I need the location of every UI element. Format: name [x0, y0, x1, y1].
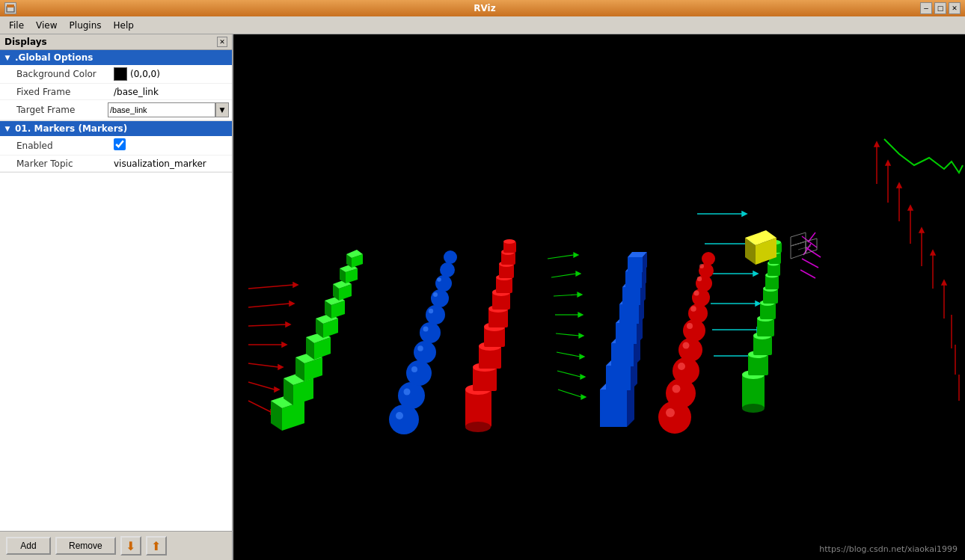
- svg-point-175: [697, 277, 702, 281]
- displays-label: Displays: [4, 37, 47, 47]
- svg-point-80: [389, 404, 419, 434]
- svg-point-92: [404, 389, 411, 396]
- menu-view[interactable]: View: [30, 19, 63, 32]
- svg-point-96: [429, 309, 433, 313]
- svg-point-173: [694, 291, 699, 296]
- svg-rect-154: [625, 271, 642, 288]
- svg-rect-136: [600, 390, 627, 427]
- svg-rect-157: [628, 257, 643, 272]
- marker-topic-value: visualization_marker: [114, 159, 229, 169]
- svg-rect-148: [619, 304, 639, 324]
- menubar: File View Plugins Help: [0, 16, 965, 34]
- svg-point-164: [673, 357, 699, 384]
- background-color-value[interactable]: (0,0,0): [114, 67, 229, 81]
- markers-group: ▼ 01. Markers (Markers) Enabled Marker T…: [0, 121, 232, 173]
- svg-point-84: [414, 341, 436, 363]
- bottom-buttons: Add Remove ⬇ ⬆: [0, 531, 232, 560]
- close-button[interactable]: ✕: [949, 2, 961, 14]
- target-frame-label: Target Frame: [16, 105, 108, 115]
- svg-rect-179: [742, 375, 765, 408]
- target-frame-row: Target Frame ▼: [0, 100, 232, 120]
- window-icon: [4, 2, 16, 14]
- markers-label: 01. Markers (Markers): [15, 123, 127, 134]
- svg-point-177: [699, 264, 704, 268]
- fixed-frame-row: Fixed Frame /base_link: [0, 84, 232, 100]
- markers-arrow: ▼: [3, 124, 12, 133]
- svg-point-90: [444, 250, 457, 264]
- background-color-label: Background Color: [16, 69, 114, 79]
- svg-rect-145: [616, 323, 637, 344]
- svg-point-168: [683, 319, 705, 342]
- menu-file[interactable]: File: [3, 19, 30, 32]
- svg-point-83: [406, 360, 432, 386]
- move-up-button[interactable]: ⬆: [146, 536, 167, 556]
- move-down-button[interactable]: ⬇: [120, 536, 141, 556]
- svg-rect-151: [622, 287, 640, 305]
- svg-point-89: [440, 262, 455, 277]
- color-text: (0,0,0): [130, 69, 160, 79]
- titlebar: RViz − □ ✕: [0, 0, 965, 16]
- window-title: RViz: [49, 3, 920, 13]
- svg-point-178: [702, 252, 715, 265]
- svg-point-167: [683, 342, 690, 349]
- fixed-frame-label: Fixed Frame: [16, 87, 114, 97]
- target-frame-dropdown[interactable]: ▼: [215, 102, 229, 117]
- minimize-button[interactable]: −: [920, 2, 932, 14]
- target-frame-input[interactable]: [108, 102, 215, 117]
- main-container: Displays ✕ ▼ .Global Options Background …: [0, 34, 965, 560]
- global-options-label: .Global Options: [15, 52, 93, 63]
- svg-point-95: [423, 327, 429, 332]
- viewport[interactable]: https://blog.csdn.net/xiaokai1999: [233, 34, 965, 560]
- enabled-checkbox[interactable]: [114, 138, 126, 150]
- svg-point-166: [678, 338, 702, 362]
- svg-point-93: [411, 366, 417, 372]
- down-arrow-icon: ⬇: [126, 539, 135, 553]
- target-frame-value: ▼: [108, 102, 229, 117]
- svg-point-163: [673, 385, 681, 393]
- svg-point-170: [688, 304, 708, 323]
- enabled-label: Enabled: [16, 141, 114, 151]
- remove-button[interactable]: Remove: [55, 537, 116, 555]
- svg-point-85: [420, 322, 441, 343]
- background-color-row: Background Color (0,0,0): [0, 65, 232, 84]
- restore-button[interactable]: □: [934, 2, 946, 14]
- svg-point-101: [465, 422, 491, 432]
- markers-header[interactable]: ▼ 01. Markers (Markers): [0, 121, 232, 136]
- displays-header: Displays ✕: [0, 34, 232, 50]
- svg-point-91: [396, 412, 403, 419]
- svg-rect-99: [465, 390, 491, 427]
- svg-point-87: [431, 289, 449, 307]
- svg-point-165: [678, 363, 685, 370]
- marker-topic-row: Marker Topic visualization_marker: [0, 156, 232, 172]
- svg-point-86: [426, 305, 445, 324]
- svg-point-161: [666, 408, 675, 417]
- add-button[interactable]: Add: [6, 537, 51, 555]
- menu-help[interactable]: Help: [108, 19, 140, 32]
- displays-close-button[interactable]: ✕: [217, 37, 227, 47]
- marker-topic-label: Marker Topic: [16, 159, 114, 169]
- svg-point-82: [398, 382, 425, 409]
- tree-area: ▼ .Global Options Background Color (0,0,…: [0, 50, 232, 531]
- svg-rect-142: [611, 343, 634, 366]
- global-options-group: ▼ .Global Options Background Color (0,0,…: [0, 50, 232, 121]
- svg-point-119: [503, 239, 515, 244]
- menu-plugins[interactable]: Plugins: [64, 19, 108, 32]
- global-options-header[interactable]: ▼ .Global Options: [0, 50, 232, 65]
- svg-point-181: [742, 404, 765, 413]
- svg-rect-0: [7, 7, 14, 12]
- svg-point-88: [435, 275, 452, 292]
- svg-point-97: [433, 292, 438, 297]
- global-options-arrow: ▼: [3, 53, 12, 62]
- enabled-value: [114, 138, 229, 153]
- enabled-row: Enabled: [0, 136, 232, 156]
- 3d-scene: [233, 34, 965, 560]
- svg-rect-1: [7, 4, 14, 7]
- svg-point-169: [687, 323, 693, 329]
- color-swatch: [114, 67, 127, 81]
- fixed-frame-value: /base_link: [114, 87, 229, 97]
- svg-point-98: [437, 277, 441, 282]
- left-panel: Displays ✕ ▼ .Global Options Background …: [0, 34, 233, 560]
- svg-point-171: [690, 306, 696, 312]
- svg-rect-139: [606, 366, 631, 390]
- up-arrow-icon: ⬆: [151, 539, 161, 553]
